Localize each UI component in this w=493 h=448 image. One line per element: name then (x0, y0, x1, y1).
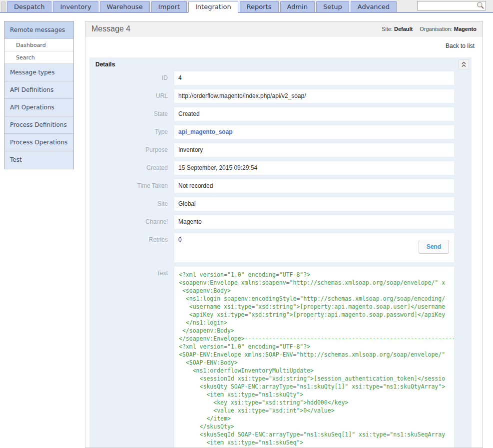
field-value-purpose: Inventory (174, 143, 454, 157)
site-value: Default (394, 26, 413, 32)
field-value-text[interactable]: <?xml version="1.0" encoding="UTF-8"?> <… (174, 267, 454, 448)
page-header: Message 4 Site: DefaultOrganisation: Mag… (85, 21, 483, 36)
field-label-channel: Channel (89, 218, 168, 225)
tab-import[interactable]: Import (151, 1, 187, 12)
retries-value: 0 (178, 236, 182, 243)
search-input[interactable] (417, 1, 486, 10)
sidebar-item-process-operations[interactable]: Process Operations (4, 134, 73, 151)
field-value-retries: 0 Send (174, 233, 454, 262)
collapse-icon (462, 61, 466, 67)
field-row-site: Site Global (89, 197, 472, 211)
field-row-channel: Channel Magento (89, 215, 472, 229)
field-label-purpose: Purpose (89, 146, 168, 153)
field-label-id: ID (89, 74, 168, 81)
field-row-retries: Retries 0 Send (89, 233, 472, 262)
organisation-value: Magento (454, 26, 477, 32)
sidebar-item-process-definitions[interactable]: Process Definitions (4, 116, 73, 134)
field-label-type: Type (89, 128, 168, 135)
field-value-state: Created (174, 107, 454, 121)
field-row-id: ID 4 (89, 71, 472, 85)
field-row-type: Type api_magento_soap (89, 125, 472, 139)
sidebar-item-message-types[interactable]: Message types (4, 64, 73, 81)
page-title: Message 4 (91, 21, 130, 36)
field-value-id: 4 (174, 71, 454, 85)
field-value-created: 15 September, 2015 09:29:54 (174, 161, 454, 175)
field-label-text: Text (89, 270, 168, 277)
sidebar-item-dashboard[interactable]: Dashboard (4, 39, 73, 51)
field-row-text: Text <?xml version="1.0" encoding="UTF-8… (89, 267, 472, 448)
sidebar-item-test[interactable]: Test (4, 151, 73, 169)
field-row-time-taken: Time Taken Not recorded (89, 179, 472, 193)
field-row-url: URL http://orderflow.magento/index.php/a… (89, 89, 472, 103)
tab-integration[interactable]: Integration (188, 1, 238, 13)
back-to-list-link[interactable]: Back to list (446, 36, 475, 55)
sidebar: Remote messages Dashboard Search Message… (4, 21, 74, 169)
field-label-url: URL (89, 92, 168, 99)
tab-admin[interactable]: Admin (280, 1, 315, 12)
text-value-pre: <?xml version="1.0" encoding="UTF-8"?> <… (179, 271, 454, 447)
tab-advanced[interactable]: Advanced (351, 1, 397, 12)
field-value-site: Global (174, 197, 454, 211)
details-panel: Details ID 4 URL http://orderflow.magent… (89, 57, 472, 448)
site-label: Site: (382, 26, 393, 32)
details-title: Details (89, 57, 472, 71)
field-value-channel: Magento (174, 215, 454, 229)
top-tab-bar: Despatch Inventory Warehouse Import Inte… (0, 0, 493, 13)
field-value-url: http://orderflow.magento/index.php/api/v… (174, 89, 454, 103)
field-row-created: Created 15 September, 2015 09:29:54 (89, 161, 472, 175)
main-panel: Message 4 Site: DefaultOrganisation: Mag… (85, 21, 483, 448)
tab-despatch[interactable]: Despatch (7, 1, 51, 12)
tab-inventory[interactable]: Inventory (53, 1, 98, 12)
search-wrap (417, 0, 486, 11)
sidebar-item-remote-messages[interactable]: Remote messages (4, 21, 73, 39)
search-icon[interactable] (477, 1, 485, 9)
field-label-site: Site (89, 200, 168, 207)
details-header: Details (89, 57, 472, 71)
field-value-time-taken: Not recorded (174, 179, 454, 193)
field-label-state: State (89, 110, 168, 117)
sidebar-item-search[interactable]: Search (4, 51, 73, 64)
organisation-label: Organisation: (420, 26, 452, 32)
field-label-created: Created (89, 164, 168, 171)
field-row-purpose: Purpose Inventory (89, 143, 472, 157)
field-label-time-taken: Time Taken (89, 182, 168, 189)
field-label-retries: Retries (89, 236, 168, 243)
send-button[interactable]: Send (419, 240, 449, 254)
collapse-button[interactable] (459, 59, 469, 69)
tab-setup[interactable]: Setup (316, 1, 349, 12)
tab-warehouse[interactable]: Warehouse (100, 1, 150, 12)
toolbar-row: Back to list (85, 36, 483, 55)
header-meta: Site: DefaultOrganisation: Magento (382, 21, 477, 36)
tab-stub (1, 1, 5, 12)
sidebar-item-api-operations[interactable]: API Operations (4, 99, 73, 116)
tab-reports[interactable]: Reports (240, 1, 279, 12)
field-value-type-link[interactable]: api_magento_soap (174, 125, 454, 139)
sidebar-item-api-definitions[interactable]: API Definitions (4, 81, 73, 99)
field-row-state: State Created (89, 107, 472, 121)
